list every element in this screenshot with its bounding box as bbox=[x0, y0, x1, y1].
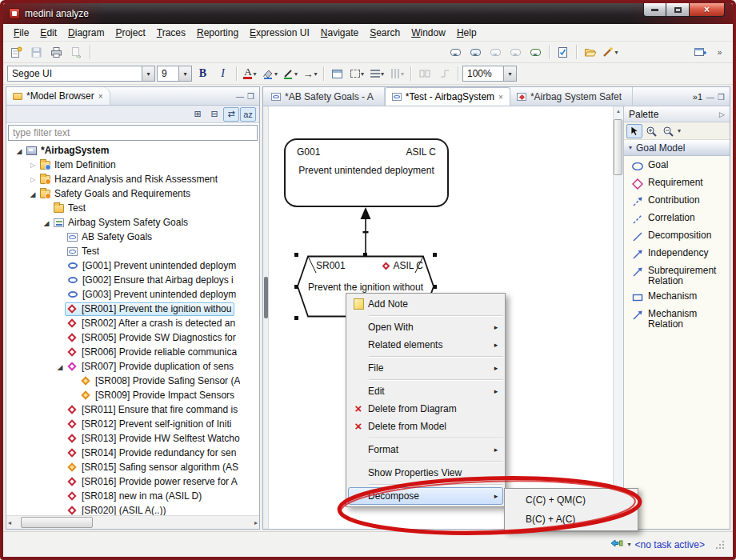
dropdown-icon[interactable]: ▾ bbox=[314, 70, 317, 78]
perspective-switcher-button[interactable]: » bbox=[710, 43, 729, 61]
tab-model-browser[interactable]: *Model Browser × bbox=[6, 87, 110, 105]
scrollbar-thumb[interactable] bbox=[614, 119, 622, 175]
resize-grip[interactable] bbox=[715, 540, 725, 550]
context-menu-item[interactable]: Open With ▸ bbox=[348, 318, 503, 336]
line-color-button[interactable]: ▾ bbox=[281, 65, 299, 82]
context-menu-item[interactable]: Edit ▸ bbox=[348, 382, 503, 400]
maximize-view-icon[interactable]: ❒ bbox=[247, 92, 254, 101]
view-toolbar-button[interactable]: ⊞ bbox=[190, 107, 206, 122]
minimize-view-icon[interactable]: — bbox=[236, 92, 244, 101]
tree-item[interactable]: Test bbox=[6, 244, 259, 258]
editor-tab[interactable]: *AB Safety Goals - A bbox=[265, 87, 385, 106]
palette-item[interactable]: Independency bbox=[624, 246, 730, 263]
context-menu-item[interactable]: Decompose ▸ bbox=[348, 487, 503, 505]
palette-item[interactable]: Correlation bbox=[624, 210, 730, 228]
tree-expand-arrow[interactable] bbox=[55, 359, 65, 374]
palette-drawer-goal-model[interactable]: ▾ Goal Model bbox=[624, 140, 730, 156]
print-button[interactable] bbox=[47, 43, 66, 61]
palette-header[interactable]: Palette ▷ bbox=[624, 106, 730, 122]
tree-item[interactable]: [SR009] Provide Impact Sensors bbox=[6, 388, 259, 402]
comments-view-button[interactable] bbox=[486, 43, 505, 61]
add-comment-button[interactable] bbox=[466, 43, 485, 61]
tree-item[interactable]: [G003] Prevent unintended deploym bbox=[6, 287, 259, 302]
tree-expand-arrow[interactable] bbox=[28, 157, 38, 173]
context-menu-item[interactable]: Delete from Diagram ▸ bbox=[348, 400, 503, 418]
menu-item[interactable]: Expression UI bbox=[244, 25, 315, 41]
menu-item[interactable]: Project bbox=[110, 25, 150, 41]
dropdown-icon[interactable]: ▾ bbox=[361, 70, 364, 78]
scroll-right-icon[interactable]: ▸ bbox=[254, 519, 258, 526]
dropdown-icon[interactable]: ▾ bbox=[294, 70, 298, 78]
tree-item[interactable]: *AirbagSystem bbox=[6, 143, 259, 158]
tree-item[interactable]: Safety Goals and Requirements bbox=[6, 186, 259, 201]
scrollbar-thumb[interactable] bbox=[264, 277, 268, 318]
font-family-combo[interactable]: Segoe UI ▾ bbox=[7, 66, 155, 82]
select-tool[interactable] bbox=[626, 124, 642, 138]
tab-overflow-indicator[interactable]: »1 bbox=[689, 92, 706, 102]
tree-item[interactable]: [SR008] Provide Safing Sensor (A bbox=[6, 374, 259, 388]
open-folder-button[interactable] bbox=[581, 43, 599, 61]
select-mode-button[interactable]: ▾ bbox=[348, 65, 366, 82]
font-color-button[interactable]: A▾ bbox=[241, 65, 259, 82]
tree-expand-arrow[interactable] bbox=[28, 186, 38, 202]
maximize-button[interactable] bbox=[666, 3, 689, 17]
open-perspective-button[interactable] bbox=[690, 43, 709, 61]
submenu-item[interactable]: C(C) + QM(C) bbox=[506, 490, 636, 510]
palette-item[interactable]: Contribution bbox=[624, 193, 730, 210]
palette-tools-dropdown-icon[interactable]: ▾ bbox=[678, 127, 681, 134]
context-menu-item[interactable]: Show Properties View ▸ bbox=[348, 464, 503, 482]
close-view-icon[interactable]: × bbox=[98, 92, 103, 101]
palette-item[interactable]: Mechanism Relation bbox=[624, 306, 730, 332]
distribute-button[interactable]: ▾ bbox=[388, 65, 406, 82]
checklist-button[interactable] bbox=[554, 43, 572, 61]
menu-item[interactable]: Traces bbox=[151, 25, 191, 41]
context-menu-item[interactable]: File ▸ bbox=[348, 359, 503, 377]
context-menu-item[interactable]: Format ▸ bbox=[348, 441, 503, 458]
font-family-dropdown-icon[interactable]: ▾ bbox=[142, 66, 154, 81]
tree-expand-arrow[interactable] bbox=[28, 171, 38, 187]
tree-item[interactable]: [G002] Ensure that Airbag deploys i bbox=[6, 273, 259, 287]
tree-item[interactable]: [SR020] (ASIL A(..)) bbox=[6, 503, 259, 515]
task-switch-icon[interactable] bbox=[610, 538, 623, 550]
comment-button[interactable] bbox=[446, 43, 465, 61]
tree-item[interactable]: Item Definition bbox=[6, 158, 259, 172]
comment-resolve-button[interactable] bbox=[526, 43, 545, 61]
palette-item[interactable]: Goal bbox=[624, 158, 730, 175]
dropdown-icon[interactable]: ▾ bbox=[274, 70, 278, 78]
canvas-left-scrollbar[interactable] bbox=[263, 106, 269, 529]
tree-item[interactable]: [SR007] Provide duplication of sens bbox=[6, 359, 259, 374]
match-size-button[interactable] bbox=[415, 65, 434, 82]
context-menu-item[interactable]: ▸ bbox=[348, 435, 503, 441]
context-menu-item[interactable]: Add Note ▸ bbox=[348, 295, 503, 313]
editor-tab[interactable]: *Airbag System Safet bbox=[510, 87, 633, 106]
tree-item[interactable]: [SR001] Prevent the ignition withou bbox=[6, 302, 259, 316]
menu-item[interactable]: Reporting bbox=[191, 25, 244, 41]
view-toolbar-button[interactable]: ⇄ bbox=[223, 107, 239, 122]
scroll-up-icon[interactable]: ▴ bbox=[617, 108, 620, 114]
close-button[interactable]: × bbox=[689, 3, 725, 17]
tree-item[interactable]: [SR018] new in ma (ASIL D) bbox=[6, 489, 259, 503]
tree-item[interactable]: [SR006] Provide reliable communica bbox=[6, 345, 259, 359]
editor-tab[interactable]: *Test - AirbagSystem × bbox=[385, 87, 510, 106]
palette-item[interactable]: Decomposition bbox=[624, 228, 730, 246]
tree-item[interactable]: Test bbox=[6, 201, 259, 215]
close-tab-icon[interactable]: × bbox=[498, 93, 503, 102]
wand-button[interactable]: ▾ bbox=[601, 43, 619, 61]
goal-node[interactable]: G001 ASIL C Prevent unintended deploymen… bbox=[284, 138, 449, 207]
bold-button[interactable]: B bbox=[194, 65, 212, 82]
canvas-vertical-scrollbar[interactable]: ▴ ▾ bbox=[613, 106, 623, 529]
task-label[interactable]: <no task active> bbox=[635, 539, 705, 550]
title-bar[interactable]: medini analyze bbox=[3, 3, 733, 24]
resize-handle[interactable] bbox=[363, 253, 367, 257]
menu-item[interactable]: Navigate bbox=[315, 25, 364, 41]
arrow-style-button[interactable]: →▾ bbox=[301, 65, 319, 82]
minimize-button[interactable] bbox=[643, 3, 666, 17]
font-size-dropdown-icon[interactable]: ▾ bbox=[178, 66, 191, 81]
menu-item[interactable]: File bbox=[8, 25, 34, 41]
tree-item[interactable]: [SR014] Provide redundancy for sen bbox=[6, 446, 259, 460]
tree-item[interactable]: AB Safety Goals bbox=[6, 230, 259, 244]
menu-item[interactable]: Edit bbox=[34, 25, 62, 41]
resize-handle[interactable] bbox=[433, 253, 437, 257]
context-menu-item[interactable]: ▸ bbox=[348, 354, 503, 359]
context-menu-item[interactable]: ▸ bbox=[348, 458, 503, 464]
